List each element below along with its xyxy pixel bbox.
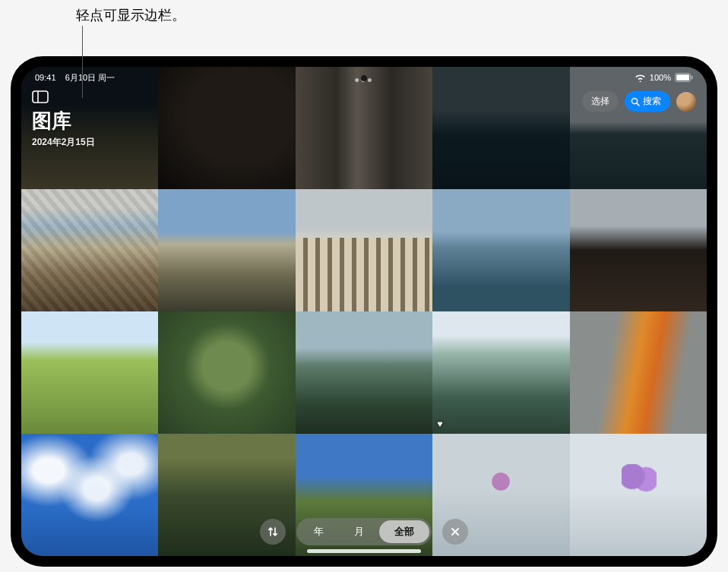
time-segmented-control: 年 月 全部 [296, 518, 432, 545]
photo-thumb[interactable] [158, 311, 295, 434]
ipad-frame: 09:41 6月10日 周一 100% ••• 图库 2024年2月15日 选择 [11, 56, 717, 567]
header: 图库 2024年2月15日 选择 搜索 [21, 85, 707, 149]
profile-avatar[interactable] [676, 92, 696, 112]
status-right: 100% [635, 73, 693, 82]
svg-rect-1 [676, 74, 689, 81]
header-left: 图库 2024年2月15日 [32, 90, 95, 149]
close-button[interactable] [442, 519, 468, 545]
battery-percent: 100% [650, 73, 671, 82]
status-date: 6月10日 周一 [65, 73, 115, 82]
status-left: 09:41 6月10日 周一 [35, 72, 115, 84]
screen: 09:41 6月10日 周一 100% ••• 图库 2024年2月15日 选择 [21, 67, 707, 556]
search-icon [631, 97, 640, 106]
segment-all[interactable]: 全部 [379, 520, 429, 543]
segment-year[interactable]: 年 [299, 520, 339, 543]
sort-button[interactable] [260, 519, 286, 545]
photo-thumb[interactable] [21, 311, 158, 434]
wifi-icon [635, 74, 646, 82]
sidebar-icon [32, 90, 49, 103]
select-button[interactable]: 选择 [582, 91, 619, 112]
sort-arrows-icon [267, 526, 279, 538]
front-camera-dot [361, 75, 367, 81]
photo-thumb[interactable]: ♥ [432, 311, 569, 434]
svg-rect-2 [692, 76, 693, 80]
bottom-controls: 年 月 全部 [21, 518, 707, 545]
svg-rect-3 [33, 91, 48, 103]
photo-thumb[interactable] [296, 311, 432, 434]
photo-thumb[interactable] [570, 189, 707, 311]
page-title: 图库 [32, 108, 95, 134]
photo-thumb[interactable] [432, 189, 569, 311]
photo-thumb[interactable] [570, 311, 707, 434]
search-label: 搜索 [643, 95, 661, 108]
photo-thumb[interactable] [158, 189, 295, 311]
search-button[interactable]: 搜索 [625, 91, 670, 112]
photo-thumb[interactable] [21, 189, 158, 311]
favorite-heart-icon: ♥ [437, 419, 442, 429]
battery-icon [675, 73, 693, 82]
photo-thumb[interactable] [296, 189, 432, 311]
close-icon [450, 526, 461, 537]
svg-line-6 [637, 103, 639, 106]
segment-month[interactable]: 月 [339, 520, 379, 543]
home-indicator[interactable] [307, 549, 421, 553]
callout-text: 轻点可显示边栏。 [76, 6, 185, 24]
page-subtitle: 2024年2月15日 [32, 136, 95, 149]
header-right: 选择 搜索 [582, 91, 696, 112]
callout-leader-line [82, 26, 83, 98]
sidebar-toggle-button[interactable] [32, 90, 49, 103]
status-time: 09:41 [35, 73, 56, 82]
